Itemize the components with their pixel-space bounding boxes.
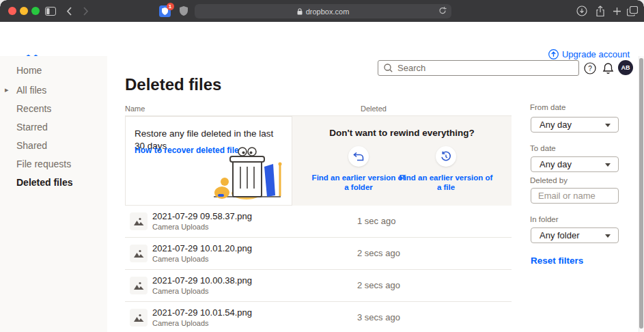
window-minimize-button[interactable] — [20, 7, 28, 15]
window-close-button[interactable] — [8, 7, 16, 15]
extension-shield-blue-icon[interactable]: 1 — [157, 3, 172, 18]
deleted-file-row[interactable]: 2021-07-29 10.00.38.png Camera Uploads 2… — [125, 270, 512, 302]
sidebar-item-recents[interactable]: Recents — [0, 99, 107, 117]
search-icon — [384, 64, 393, 72]
deleted-by-label: Deleted by — [530, 176, 568, 184]
column-header-deleted: Deleted — [361, 105, 387, 113]
notifications-bell-icon[interactable] — [600, 61, 615, 76]
in-folder-select[interactable]: Any folder — [531, 227, 619, 243]
url-text: dropbox.com — [306, 8, 350, 16]
tab-overview-icon[interactable] — [625, 3, 640, 18]
image-file-icon — [130, 245, 148, 262]
chevron-right-icon[interactable]: ▸ — [5, 85, 9, 94]
upgrade-account-link[interactable]: Upgrade account — [548, 49, 630, 59]
lock-icon — [297, 8, 303, 15]
browser-toolbar: 1 dropbox.com — [0, 0, 644, 22]
image-file-icon — [130, 212, 148, 230]
history-rewind-icon — [436, 146, 456, 167]
file-folder: Camera Uploads — [152, 255, 209, 263]
sidebar-item-all-files[interactable]: ▸ All files — [0, 81, 107, 99]
reload-icon[interactable] — [438, 6, 447, 16]
back-button[interactable] — [61, 3, 76, 18]
sidebar-item-starred[interactable]: Starred — [0, 117, 107, 136]
restore-banner: Restore any file deleted in the last 30 … — [125, 116, 512, 206]
file-name: 2021-07-29 10.00.38.png — [152, 275, 252, 286]
dropbox-header: Dropbox Upgrade account ? AB — [0, 22, 644, 56]
image-file-icon — [130, 277, 148, 294]
scrollbar-track — [639, 56, 644, 332]
deleted-time: 2 secs ago — [357, 280, 400, 290]
safari-window: 1 dropbox.com — [0, 0, 644, 332]
extension-shield-grey-icon[interactable] — [176, 3, 191, 18]
extension-badge: 1 — [167, 3, 174, 10]
rewind-options-panel: Don't want to rewind everything? Find an… — [292, 116, 512, 206]
page-title: Deleted files — [125, 75, 221, 94]
in-folder-label: In folder — [530, 215, 559, 223]
reset-filters-link[interactable]: Reset filters — [531, 255, 583, 266]
sidebar-item-deleted-files[interactable]: Deleted files — [0, 173, 107, 191]
avatar[interactable]: AB — [618, 60, 633, 75]
from-date-label: From date — [530, 103, 565, 111]
deleted-file-row[interactable]: 2021-07-29 10.01.54.png Camera Uploads 3… — [125, 302, 512, 332]
sidebar-toggle-icon[interactable] — [43, 3, 58, 18]
from-date-select[interactable]: Any day — [531, 117, 619, 133]
file-name: 2021-07-29 10.01.20.png — [152, 243, 252, 253]
sidebar: Home ▸ All files Recents Starred Shared … — [0, 56, 107, 332]
sidebar-item-shared[interactable]: Shared — [0, 136, 107, 154]
to-date-label: To date — [530, 144, 556, 152]
file-name: 2021-07-29 09.58.37.png — [152, 211, 252, 221]
file-folder: Camera Uploads — [152, 287, 209, 295]
restore-info-card: Restore any file deleted in the last 30 … — [125, 116, 292, 206]
search-bar — [378, 60, 579, 76]
window-zoom-button[interactable] — [31, 7, 40, 15]
caret-down-icon — [605, 234, 611, 238]
caret-down-icon — [605, 163, 611, 167]
file-name: 2021-07-29 10.01.54.png — [152, 307, 252, 318]
address-bar[interactable]: dropbox.com — [195, 4, 451, 18]
help-icon[interactable]: ? — [583, 61, 598, 76]
svg-text:?: ? — [588, 65, 592, 72]
upgrade-icon — [548, 49, 559, 59]
deleted-file-row[interactable]: 2021-07-29 10.01.20.png Camera Uploads 2… — [125, 238, 512, 270]
deleted-time: 1 sec ago — [357, 216, 395, 226]
column-header-name: Name — [125, 105, 145, 113]
caret-down-icon — [605, 124, 611, 127]
to-date-select[interactable]: Any day — [531, 156, 619, 172]
deleted-by-input[interactable] — [531, 188, 619, 204]
deleted-time: 3 secs ago — [357, 312, 400, 322]
rewind-heading: Don't want to rewind everything? — [292, 128, 512, 138]
folder-rewind-icon — [348, 146, 369, 167]
trash-can-illustration — [204, 146, 288, 202]
sidebar-item-home[interactable]: Home — [0, 60, 107, 81]
file-folder: Camera Uploads — [152, 319, 209, 327]
search-input[interactable] — [397, 63, 573, 73]
downloads-icon[interactable] — [574, 3, 589, 18]
image-file-icon — [130, 309, 148, 327]
share-icon[interactable] — [593, 3, 608, 18]
forward-button[interactable] — [78, 3, 93, 18]
deleted-file-row[interactable]: 2021-07-29 09.58.37.png Camera Uploads 1… — [125, 206, 512, 238]
new-tab-icon[interactable] — [609, 3, 624, 18]
scrollbar-thumb[interactable] — [639, 58, 643, 329]
sidebar-item-file-requests[interactable]: File requests — [0, 154, 107, 173]
deleted-time: 2 secs ago — [357, 248, 400, 258]
earlier-file-version-link[interactable]: Find an earlier version of a file — [395, 146, 497, 193]
file-folder: Camera Uploads — [152, 223, 209, 231]
